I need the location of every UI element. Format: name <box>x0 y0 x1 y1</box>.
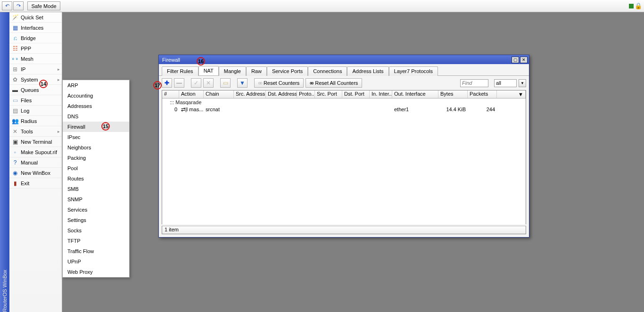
submenu-item-arp[interactable]: ARP <box>63 80 129 90</box>
submenu-item-snmp[interactable]: SNMP <box>63 194 129 205</box>
filter-button[interactable]: ▼ <box>237 78 248 88</box>
close-button[interactable]: ✕ <box>520 57 528 63</box>
tab-layer7-protocols[interactable]: Layer7 Protocols <box>389 66 438 76</box>
tab-service-ports[interactable]: Service Ports <box>267 66 308 76</box>
column-menu-button[interactable]: ▼ <box>497 90 526 98</box>
menu-icon: ⊞ <box>11 66 19 73</box>
column-header[interactable]: Action <box>179 90 204 98</box>
column-header[interactable]: Chain <box>204 90 234 98</box>
sidebar-item-bridge[interactable]: ⎌Bridge <box>9 33 62 43</box>
submenu-item-accounting[interactable]: Accounting <box>63 90 129 101</box>
submenu-item-dns[interactable]: DNS <box>63 111 129 122</box>
submenu-item-socks[interactable]: Socks <box>63 225 129 236</box>
workspace: Firewall ▢ ✕ Filter RulesNATMangleRawSer… <box>62 12 644 312</box>
column-header[interactable]: Proto... <box>297 90 315 98</box>
sidebar-item-new-terminal[interactable]: ▣New Terminal <box>9 137 62 147</box>
submenu-item-tftp[interactable]: TFTP <box>63 236 129 246</box>
reset-counters-button[interactable]: 00Reset Counters <box>254 78 304 88</box>
tab-filter-rules[interactable]: Filter Rules <box>162 66 198 76</box>
sidebar-item-mesh[interactable]: ∘∘Mesh <box>9 54 62 64</box>
column-header[interactable]: # <box>162 90 179 98</box>
column-header[interactable]: In. Inter... <box>370 90 392 98</box>
sidebar-item-radius[interactable]: 👥Radius <box>9 116 62 126</box>
tab-mangle[interactable]: Mangle <box>219 66 246 76</box>
sidebar-item-exit[interactable]: ▮Exit <box>9 178 62 189</box>
ip-submenu: ARPAccountingAddressesDNSFirewallIPsecNe… <box>62 80 130 278</box>
sidebar-item-label: System <box>21 77 38 82</box>
sidebar-item-new-winbox[interactable]: ◉New WinBox <box>9 168 62 178</box>
column-header[interactable]: Packets <box>468 90 497 98</box>
column-header[interactable]: Src. Port <box>315 90 342 98</box>
sidebar-item-ip[interactable]: ⊞IP▸ <box>9 64 62 74</box>
column-header[interactable]: Src. Address <box>234 90 266 98</box>
sidebar-item-log[interactable]: ▤Log <box>9 106 62 116</box>
window-titlebar[interactable]: Firewall ▢ ✕ <box>159 55 529 64</box>
minimize-button[interactable]: ▢ <box>512 57 519 63</box>
menu-icon: ? <box>11 159 19 166</box>
sidebar-item-make-supout.rif[interactable]: ▫Make Supout.rif <box>9 147 62 157</box>
top-right-status: 🔒 <box>629 2 642 9</box>
sidebar-item-interfaces[interactable]: ▦Interfaces <box>9 23 62 33</box>
redo-button[interactable]: ↷ <box>13 1 24 10</box>
window-toolbar: ✚ — ✓ ✕ ▭ ▼ 00Reset Counters 00Reset All… <box>159 76 529 90</box>
add-button[interactable]: ✚ <box>162 78 172 88</box>
sidebar-item-manual[interactable]: ?Manual <box>9 157 62 168</box>
sidebar-item-tools[interactable]: ✕Tools▸ <box>9 126 62 137</box>
enable-button[interactable]: ✓ <box>191 78 201 88</box>
column-header[interactable]: Out. Interface <box>392 90 438 98</box>
submenu-item-smb[interactable]: SMB <box>63 184 129 194</box>
sidebar-item-label: Queues <box>21 87 39 93</box>
sidebar-item-files[interactable]: ▭Files <box>9 95 62 106</box>
submenu-item-neighbors[interactable]: Neighbors <box>63 142 129 153</box>
chevron-right-icon: ▸ <box>58 77 60 82</box>
rule-comment[interactable]: ::: Masqarade <box>162 99 526 106</box>
tab-connections[interactable]: Connections <box>308 66 347 76</box>
sidebar-item-label: Radius <box>21 118 37 124</box>
column-header[interactable]: Bytes <box>438 90 468 98</box>
submenu-item-settings[interactable]: Settings <box>63 215 129 225</box>
filter-select[interactable]: all <box>494 79 517 87</box>
status-bar: 1 item <box>162 226 526 234</box>
safe-mode-label: Safe Mode <box>31 3 56 9</box>
submenu-item-pool[interactable]: Pool <box>63 163 129 173</box>
tab-raw[interactable]: Raw <box>246 66 267 76</box>
column-header[interactable]: Dst. Port <box>342 90 370 98</box>
menu-icon: ▣ <box>11 138 19 146</box>
submenu-item-ipsec[interactable]: IPsec <box>63 132 129 142</box>
sidebar-item-label: Make Supout.rif <box>21 149 57 155</box>
submenu-item-web-proxy[interactable]: Web Proxy <box>63 267 129 277</box>
comment-button[interactable]: ▭ <box>220 78 231 88</box>
grid-header: #ActionChainSrc. AddressDst. AddressProt… <box>162 90 526 99</box>
cell: ⇄|l mas... <box>179 107 204 113</box>
sidebar-item-quick-set[interactable]: 🪄Quick Set <box>9 12 62 23</box>
submenu-item-upnp[interactable]: UPnP <box>63 256 129 267</box>
sidebar-item-label: New WinBox <box>21 170 50 176</box>
menu-icon: ▦ <box>11 24 19 32</box>
submenu-item-routes[interactable]: Routes <box>63 173 129 184</box>
submenu-item-firewall[interactable]: Firewall <box>63 122 129 132</box>
filter-select-arrow[interactable]: ▼ <box>519 79 526 87</box>
column-header[interactable]: Dst. Address <box>266 90 297 98</box>
submenu-item-packing[interactable]: Packing <box>63 153 129 163</box>
sidebar-item-label: PPP <box>21 46 31 51</box>
grid-body[interactable]: ::: Masqarade 0⇄|l mas...srcnatether114.… <box>162 99 526 224</box>
safe-mode-button[interactable]: Safe Mode <box>27 1 60 10</box>
counter-icon: 00 <box>310 81 313 85</box>
status-indicator <box>629 4 634 8</box>
table-row[interactable]: 0⇄|l mas...srcnatether114.4 KiB244 <box>162 106 526 113</box>
submenu-item-services[interactable]: Services <box>63 205 129 215</box>
sidebar-item-ppp[interactable]: ☷PPP <box>9 43 62 54</box>
menu-icon: ▫ <box>11 148 19 156</box>
reset-all-counters-button[interactable]: 00Reset All Counters <box>305 78 362 88</box>
sidebar-item-system[interactable]: ✿System▸ <box>9 74 62 85</box>
sidebar-item-queues[interactable]: ▬Queues <box>9 85 62 95</box>
tab-address-lists[interactable]: Address Lists <box>347 66 388 76</box>
undo-button[interactable]: ↶ <box>2 1 12 10</box>
submenu-item-addresses[interactable]: Addresses <box>63 101 129 111</box>
submenu-item-traffic-flow[interactable]: Traffic Flow <box>63 246 129 256</box>
remove-button[interactable]: — <box>174 78 184 88</box>
disable-button[interactable]: ✕ <box>203 78 214 88</box>
tab-nat[interactable]: NAT <box>198 66 219 75</box>
menu-icon: ⎌ <box>11 34 19 42</box>
find-input[interactable] <box>460 79 488 87</box>
